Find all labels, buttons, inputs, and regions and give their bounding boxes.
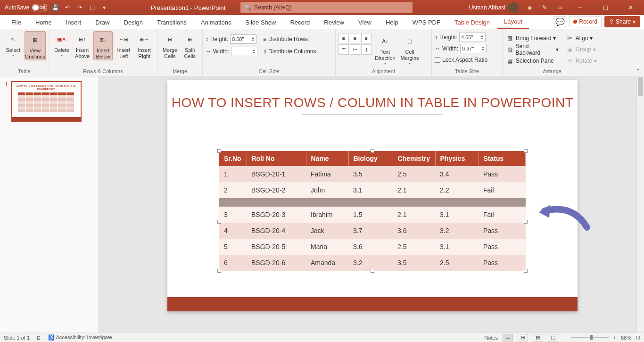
lock-aspect-checkbox[interactable]: Lock Aspect Ratio — [435, 55, 487, 65]
selection-handle[interactable] — [217, 149, 221, 153]
insert-left-button[interactable]: ←⊞ Insert Left — [114, 31, 133, 59]
table-cell[interactable]: 3.6 — [393, 223, 435, 239]
th-physics[interactable]: Physics — [435, 151, 479, 166]
cell-width-input[interactable]: ▲▼ — [231, 47, 257, 56]
th-name[interactable]: Name — [306, 151, 348, 166]
search-input[interactable]: 🔍 Search (Alt+Q) — [240, 2, 413, 13]
table-cell[interactable]: BSGD-20-1 — [247, 166, 306, 182]
qat-dropdown-icon[interactable]: ▾ — [100, 3, 108, 12]
selection-pane-button[interactable]: ▤Selection Pane — [505, 56, 561, 66]
autosave-toggle[interactable]: AutoSave Off — [5, 4, 47, 11]
selection-handle[interactable] — [524, 220, 528, 224]
table-cell[interactable]: 3.4 — [435, 166, 479, 182]
table-cell[interactable]: 2.1 — [393, 182, 435, 198]
table-row[interactable]: 6BSGD-20-6Amanda3.23.52.5Pass — [219, 255, 526, 271]
tab-slideshow[interactable]: Slide Show — [239, 16, 282, 29]
th-status[interactable]: Status — [479, 151, 526, 166]
normal-view-button[interactable]: ▭ — [503, 334, 513, 342]
table-cell[interactable]: Ibrahim — [306, 207, 348, 223]
accessibility-status[interactable]: ♿ Accessibility: Investigate — [48, 334, 112, 341]
table-cell[interactable]: Amanda — [306, 255, 348, 271]
cell-margins-button[interactable]: ▢ Cell Margins▾ — [399, 33, 421, 66]
th-roll[interactable]: Roll No — [247, 151, 306, 166]
tab-home[interactable]: Home — [29, 16, 58, 29]
align-middle-button[interactable]: ⊢ — [350, 44, 360, 55]
tab-view[interactable]: View — [352, 16, 378, 29]
zoom-out-button[interactable]: − — [563, 335, 566, 341]
slide-counter[interactable]: Slide 1 of 1 — [4, 335, 30, 341]
table-cell[interactable]: 3.1 — [348, 182, 393, 198]
table-cell[interactable]: 3.5 — [348, 166, 393, 182]
selection-handle[interactable] — [524, 269, 528, 273]
table-row[interactable]: 5BSGD-20-5Maria3.62.53.1Pass — [219, 239, 526, 255]
select-button[interactable]: ↖ Select▾ — [3, 31, 24, 58]
zoom-in-button[interactable]: + — [613, 335, 616, 341]
share-button[interactable]: ⇧Share▾ — [604, 16, 640, 27]
table-cell[interactable]: 1 — [219, 166, 247, 182]
table-cell[interactable]: 3.7 — [348, 223, 393, 239]
send-backward-button[interactable]: ▨Send Backward▾ — [505, 44, 561, 55]
scrollbar-thumb[interactable] — [638, 77, 643, 96]
table-cell[interactable]: 3.1 — [435, 239, 479, 255]
selection-handle[interactable] — [524, 149, 528, 153]
distribute-rows-button[interactable]: Distribute Rows — [268, 36, 308, 42]
table-cell[interactable]: 6 — [219, 255, 247, 271]
table-cell[interactable]: 5 — [219, 239, 247, 255]
table-cell[interactable]: 3.2 — [435, 223, 479, 239]
distribute-columns-button[interactable]: Distribute Columns — [268, 48, 316, 55]
table-width-input[interactable]: 9.97"▲▼ — [460, 44, 487, 53]
tab-layout[interactable]: Layout — [497, 15, 529, 29]
table-cell[interactable]: Jack — [306, 223, 348, 239]
delete-button[interactable]: ▦✕ Delete▾ — [52, 31, 72, 58]
th-chemistry[interactable]: Chemistry — [393, 151, 435, 166]
notes-button[interactable]: ≡ Notes — [480, 335, 498, 341]
table-cell[interactable]: 2.5 — [393, 239, 435, 255]
slide-table[interactable]: Sr.No Roll No Name Biology Chemistry Phy… — [219, 151, 526, 271]
cell-height-input[interactable]: 0.58"▲▼ — [230, 34, 256, 44]
slide-editor[interactable]: HOW TO INSERT ROWS / COLUMN IN TABLE IN … — [99, 76, 644, 333]
insert-above-button[interactable]: ⊞↑ Insert Above — [73, 31, 92, 59]
maximize-button[interactable]: ▢ — [596, 0, 615, 15]
notes-icon[interactable]: 🗒 — [36, 335, 41, 341]
tab-insert[interactable]: Insert — [59, 16, 88, 29]
table-cell[interactable]: BSGD-20-3 — [247, 207, 306, 223]
selection-handle[interactable] — [371, 149, 374, 153]
record-button[interactable]: Record — [569, 16, 602, 27]
zoom-knob[interactable] — [590, 335, 593, 340]
undo-icon[interactable]: ↶ — [63, 3, 72, 12]
table-cell[interactable]: BSGD-20-4 — [247, 223, 306, 239]
table-row[interactable]: 2BSGD-20-2John3.12.12.2Fail — [219, 182, 526, 198]
table-cell[interactable]: 3.5 — [393, 255, 435, 271]
vertical-scrollbar[interactable] — [636, 76, 644, 333]
table-cell[interactable]: Fail — [479, 207, 526, 223]
save-icon[interactable]: 💾 — [51, 3, 59, 12]
selection-handle[interactable] — [217, 220, 221, 224]
table-cell[interactable]: Pass — [479, 255, 526, 271]
magic-icon[interactable]: ✎ — [540, 3, 549, 12]
table-cell[interactable]: John — [306, 182, 348, 198]
insert-right-button[interactable]: ⊞→ Insert Right — [134, 31, 154, 59]
table-cell[interactable]: Fatima — [306, 166, 348, 182]
table-cell[interactable]: 3.2 — [348, 255, 393, 271]
table-row[interactable]: 4BSGD-20-4Jack3.73.63.2Pass — [219, 223, 526, 239]
tab-file[interactable]: File — [5, 16, 28, 29]
selection-handle[interactable] — [371, 269, 374, 273]
text-direction-button[interactable]: A↕ Text Direction▾ — [374, 33, 396, 66]
fit-to-window-button[interactable]: ⊡ — [636, 334, 640, 341]
zoom-level[interactable]: 68% — [621, 335, 631, 341]
close-button[interactable]: ✕ — [621, 0, 640, 15]
table-cell[interactable]: 3.6 — [348, 239, 393, 255]
slide-canvas[interactable]: HOW TO INSERT ROWS / COLUMN IN TABLE IN … — [167, 80, 578, 311]
bring-forward-button[interactable]: ▧Bring Forward▾ — [505, 33, 561, 43]
table-cell[interactable]: BSGD-20-2 — [247, 182, 306, 198]
split-cells-button[interactable]: ⊞ Split Cells — [181, 31, 200, 59]
tab-animations[interactable]: Animations — [194, 16, 238, 29]
table-cell[interactable]: 2.1 — [393, 207, 435, 223]
table-cell[interactable]: 3 — [219, 207, 247, 223]
align-top-button[interactable]: ⊤ — [339, 44, 349, 55]
table-cell[interactable]: Fail — [479, 182, 526, 198]
table-cell[interactable] — [435, 198, 479, 207]
table-header-row[interactable]: Sr.No Roll No Name Biology Chemistry Phy… — [219, 151, 526, 166]
merge-cells-button[interactable]: ⊟ Merge Cells — [160, 31, 180, 59]
th-srno[interactable]: Sr.No — [219, 151, 247, 166]
